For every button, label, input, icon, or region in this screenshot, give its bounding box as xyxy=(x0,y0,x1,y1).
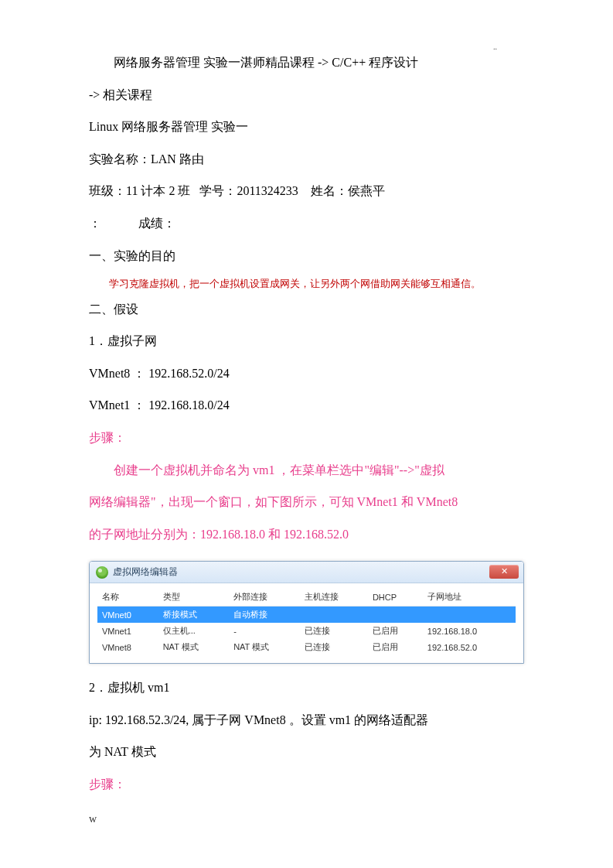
vm1-line2: 为 NAT 模式 xyxy=(89,736,524,768)
cell-subnet xyxy=(423,607,516,624)
footer-mark: w xyxy=(89,813,97,825)
cell-host: 已连接 xyxy=(300,623,368,639)
col-dhcp[interactable]: DHCP xyxy=(368,588,423,607)
section-1-heading: 一、实验的目的 xyxy=(89,240,524,272)
exp-name-label: 实验名称： xyxy=(89,152,151,166)
close-button[interactable]: ✕ xyxy=(489,565,519,579)
col-type[interactable]: 类型 xyxy=(158,588,229,607)
exp-name-row: 实验名称：LAN 路由 xyxy=(89,143,524,176)
cell-type: 仅主机... xyxy=(158,623,229,639)
cell-dhcp xyxy=(368,607,423,624)
step-desc-3: 的子网地址分别为：192.168.18.0 和 192.168.52.0 xyxy=(89,518,524,551)
section-2-heading: 二、假设 xyxy=(89,293,524,326)
score-row: ： 成绩： xyxy=(89,207,524,240)
colon: ： xyxy=(89,217,101,230)
cell-ext: - xyxy=(229,623,299,639)
col-subnet[interactable]: 子网地址 xyxy=(423,588,516,607)
table-row[interactable]: VMnet0 桥接模式 自动桥接 xyxy=(97,607,516,624)
col-name[interactable]: 名称 xyxy=(97,588,158,607)
cell-type: 桥接模式 xyxy=(158,607,229,624)
cell-dhcp: 已启用 xyxy=(368,639,423,655)
step-desc-2: 网络编辑器"，出现一个窗口，如下图所示，可知 VMnet1 和 VMnet8 xyxy=(89,486,524,518)
name-value: 侯燕平 xyxy=(348,184,385,197)
table-header-row: 名称 类型 外部连接 主机连接 DHCP 子网地址 xyxy=(97,588,516,607)
cell-type: NAT 模式 xyxy=(158,639,229,655)
window-title: 虚拟网络编辑器 xyxy=(113,566,178,579)
breadcrumb-line1: 网络服务器管理 实验一湛师精品课程 -> C/C++ 程序设计 xyxy=(89,46,524,79)
cell-name: VMnet0 xyxy=(97,607,158,624)
col-host[interactable]: 主机连接 xyxy=(300,588,368,607)
cell-ext: 自动桥接 xyxy=(229,607,299,624)
page-title: Linux 网络服务器管理 实验一 xyxy=(89,111,524,143)
app-icon xyxy=(96,566,108,579)
item-1: 1．虚拟子网 xyxy=(89,325,524,357)
col-ext[interactable]: 外部连接 xyxy=(229,588,299,607)
sid-label: 学号： xyxy=(199,184,237,197)
vmnet8-line: VMnet8 ： 192.168.52.0/24 xyxy=(89,357,524,390)
student-row: 班级：11 计本 2 班 学号：2011324233 姓名：侯燕平 xyxy=(89,175,524,207)
step-desc-1: 创建一个虚拟机并命名为 vm1 ，在菜单栏选中"编辑"-->"虚拟 xyxy=(89,454,524,487)
name-label: 姓名： xyxy=(311,184,348,197)
steps-label: 步骤： xyxy=(89,422,524,454)
vm1-line1: ip: 192.168.52.3/24, 属于子网 VMnet8 。设置 vm1… xyxy=(89,704,524,736)
purpose-text: 学习克隆虚拟机，把一个虚拟机设置成网关，让另外两个网借助网关能够互相通信。 xyxy=(89,275,524,292)
breadcrumb-line2: -> 相关课程 xyxy=(89,79,524,111)
cell-dhcp: 已启用 xyxy=(368,623,423,639)
table-row[interactable]: VMnet1 仅主机... - 已连接 已启用 192.168.18.0 xyxy=(97,623,516,639)
cell-host xyxy=(300,607,368,624)
cell-subnet: 192.168.18.0 xyxy=(423,623,516,639)
cell-name: VMnet8 xyxy=(97,639,158,655)
network-table: 名称 类型 外部连接 主机连接 DHCP 子网地址 VMnet0 桥接模式 自动… xyxy=(97,588,516,655)
class-label: 班级： xyxy=(89,184,126,197)
cell-subnet: 192.168.52.0 xyxy=(423,639,516,655)
table-row[interactable]: VMnet8 NAT 模式 NAT 模式 已连接 已启用 192.168.52.… xyxy=(97,639,516,655)
window-titlebar[interactable]: 虚拟网络编辑器 ✕ xyxy=(90,562,523,583)
item-2: 2．虚拟机 vm1 xyxy=(89,672,524,704)
exp-name-value: LAN 路由 xyxy=(151,152,204,166)
class-value: 11 计本 2 班 xyxy=(126,184,190,197)
window-body: 名称 类型 外部连接 主机连接 DHCP 子网地址 VMnet0 桥接模式 自动… xyxy=(90,583,523,663)
virtual-network-editor-window: 虚拟网络编辑器 ✕ 名称 类型 外部连接 主机连接 DHCP 子网地址 xyxy=(89,561,524,664)
cell-name: VMnet1 xyxy=(97,623,158,639)
vmnet1-line: VMnet1 ： 192.168.18.0/24 xyxy=(89,389,524,422)
score-label: 成绩： xyxy=(138,217,175,230)
header-dots: .. xyxy=(493,43,497,51)
sid-value: 2011324233 xyxy=(237,184,298,197)
cell-host: 已连接 xyxy=(300,639,368,655)
steps-label-2: 步骤： xyxy=(89,768,524,801)
cell-ext: NAT 模式 xyxy=(229,639,299,655)
